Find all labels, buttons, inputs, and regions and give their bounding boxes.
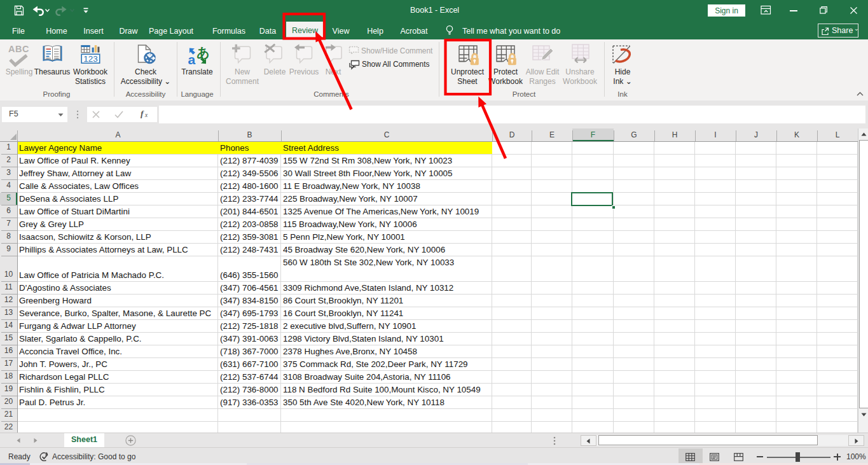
svg-text:123: 123 (83, 54, 98, 64)
svg-text:a: a (188, 52, 196, 67)
svg-text:あ: あ (196, 45, 209, 60)
